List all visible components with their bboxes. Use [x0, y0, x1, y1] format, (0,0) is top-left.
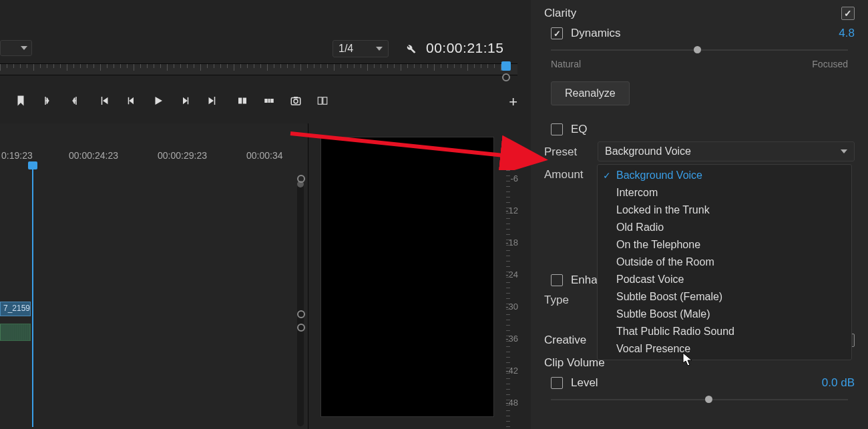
preset-option-4[interactable]: On the Telephone [598, 236, 851, 254]
tl-time-1: 00:00:24:23 [69, 150, 118, 161]
goto-in-icon[interactable] [97, 93, 112, 108]
preset-option-9[interactable]: That Public Radio Sound [598, 323, 851, 340]
timeline: 0:19:23 00:00:24:23 00:00:29:23 00:00:34… [0, 123, 308, 429]
zoom-dropdown[interactable]: 1/4 [333, 40, 389, 57]
svg-rect-3 [268, 99, 270, 103]
preset-option-3[interactable]: Old Radio [598, 219, 851, 236]
play-icon[interactable] [151, 93, 166, 108]
add-button[interactable]: + [509, 93, 517, 111]
svg-point-6 [294, 99, 298, 103]
step-back-icon[interactable] [124, 93, 139, 108]
dynamics-label: Dynamics [571, 27, 839, 40]
preset-dropdown-menu: ✓Background Voice Intercom Locked in the… [597, 164, 852, 360]
left-dropdown[interactable] [0, 40, 32, 56]
preview-timeline-pane: 1/4 00:00:21:15 + 0:19:23 00:00:24:23 00… [0, 0, 531, 429]
timeline-playhead[interactable] [32, 167, 33, 427]
amount-label: Amount [544, 168, 598, 181]
toolbar: 1/4 00:00:21:15 [0, 40, 514, 60]
tl-time-3: 00:00:34 [246, 150, 283, 161]
wrench-icon[interactable] [405, 43, 417, 58]
time-ruler[interactable] [0, 63, 517, 75]
in-point-icon[interactable] [40, 93, 55, 108]
level-label: Level [571, 376, 822, 390]
preset-option-8[interactable]: Subtle Boost (Male) [598, 306, 851, 323]
dynamics-value: 4.8 [839, 27, 855, 40]
svg-rect-8 [318, 97, 322, 105]
audio-meter: -6 -12 -18 -24 -30 -36 -42 -48 [494, 137, 518, 424]
tl-time-2: 00:00:29:23 [158, 150, 207, 161]
clip-volume-title: Clip Volume [544, 356, 605, 370]
playhead-marker[interactable] [501, 61, 511, 81]
preset-option-1[interactable]: Intercom [598, 184, 851, 201]
audio-clip[interactable] [0, 324, 31, 341]
program-monitor [320, 137, 494, 417]
level-checkbox[interactable] [551, 377, 563, 389]
dynamics-checkbox[interactable] [551, 27, 563, 39]
overwrite-icon[interactable] [262, 93, 276, 108]
comparison-icon[interactable] [315, 93, 330, 108]
preset-option-6[interactable]: Podcast Voice [598, 271, 851, 288]
export-frame-icon[interactable] [288, 93, 303, 108]
scroll-handle-a[interactable] [297, 310, 305, 318]
preset-label: Preset [544, 145, 598, 159]
preset-option-10[interactable]: Vocal Presence [598, 340, 851, 358]
scroll-handle-b[interactable] [297, 324, 305, 332]
scroll-handle-top[interactable] [297, 175, 305, 183]
creative-title: Creative [544, 334, 586, 347]
out-point-icon[interactable] [67, 93, 81, 108]
timecode-display: 00:00:21:15 [426, 40, 503, 56]
level-slider[interactable] [551, 395, 848, 404]
insert-icon[interactable] [235, 93, 250, 108]
tl-time-0: 0:19:23 [1, 150, 33, 161]
clarity-checkbox[interactable] [841, 7, 855, 20]
transport-controls [13, 91, 517, 111]
svg-rect-9 [323, 97, 327, 105]
preset-value: Background Voice [605, 145, 691, 157]
preset-option-2[interactable]: Locked in the Trunk [598, 201, 851, 219]
dynamics-slider[interactable] [551, 45, 848, 55]
type-label: Type [544, 294, 598, 307]
marker-icon[interactable] [13, 93, 28, 108]
svg-rect-4 [270, 99, 274, 103]
dynamics-left-label: Natural [551, 59, 581, 69]
clarity-title: Clarity [544, 7, 576, 20]
svg-rect-1 [243, 98, 246, 104]
dynamics-right-label: Focused [812, 59, 848, 69]
preset-option-7[interactable]: Subtle Boost (Female) [598, 288, 851, 306]
enhance-checkbox[interactable] [551, 274, 563, 286]
svg-rect-7 [294, 97, 298, 98]
preset-option-0[interactable]: ✓Background Voice [598, 167, 851, 184]
video-clip[interactable]: 7_2159 [0, 302, 31, 316]
timeline-ruler[interactable]: 0:19:23 00:00:24:23 00:00:29:23 00:00:34 [0, 150, 300, 170]
eq-checkbox[interactable] [551, 123, 563, 135]
goto-out-icon[interactable] [204, 93, 219, 108]
reanalyze-button[interactable]: Reanalyze [551, 81, 630, 105]
preset-option-5[interactable]: Outside of the Room [598, 254, 851, 271]
svg-rect-0 [238, 98, 242, 104]
level-value: 0.0 dB [822, 376, 855, 390]
eq-label: EQ [571, 123, 855, 136]
zoom-value: 1/4 [339, 43, 353, 55]
timeline-scrollbar[interactable] [297, 181, 304, 426]
svg-rect-2 [264, 99, 268, 103]
step-forward-icon[interactable] [178, 93, 192, 108]
preset-dropdown[interactable]: Background Voice [598, 141, 855, 161]
